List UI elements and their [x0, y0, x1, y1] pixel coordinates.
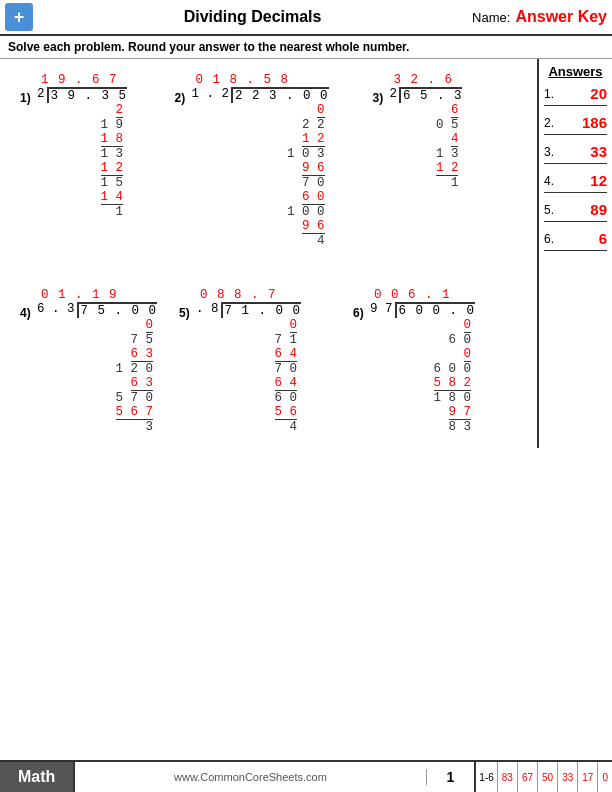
answer-item-5: 5. 89	[544, 201, 607, 222]
div-row-2: 1 . 2 2 2 3 . 0 0	[192, 87, 329, 103]
step-5-5: 6 4	[275, 376, 298, 391]
steps-2: 0 2 2 1 2 1 0 3 9 6 7 0 6 0 1 0 0 9 6 4	[192, 103, 329, 248]
dividend-1: 3 9 . 3 5	[49, 87, 128, 103]
quotient-4: 0 1 . 1 9	[37, 288, 157, 302]
step-4-2: 7 5	[131, 333, 154, 347]
step-3-6: 1	[451, 176, 459, 190]
step-6-1: 0	[464, 318, 472, 333]
prob-num-2: 2)	[175, 73, 189, 105]
quotient-5: 0 8 8 . 7	[196, 288, 301, 302]
problem-2: 2) 0 1 8 . 5 8 1 . 2 2 2 3 . 0 0 0 2 2 1…	[175, 73, 363, 248]
score-2: 67	[518, 762, 538, 792]
step-1-4: 1 3	[101, 147, 124, 161]
dividend-3: 6 5 . 3	[401, 87, 463, 103]
step-5-1: 0	[290, 318, 298, 333]
steps-5: 0 7 1 6 4 7 0 6 4 6 0 5 6 4	[196, 318, 301, 434]
answer-num-6: 6.	[544, 232, 558, 246]
divisor-1: 2	[37, 87, 49, 103]
step-5-4: 7 0	[275, 362, 298, 376]
prob-num-3: 3)	[372, 73, 386, 105]
step-1-2: 1 9	[101, 118, 124, 132]
step-4-6: 5 7 0	[116, 391, 154, 405]
step-4-3: 6 3	[131, 347, 154, 362]
steps-3: 6 0 5 4 1 3 1 2 1	[389, 103, 462, 190]
answer-val-6: 6	[562, 230, 607, 247]
answer-val-5: 89	[562, 201, 607, 218]
problem-5: 5) 0 8 8 . 7 . 8 7 1 . 0 0 0 7 1 6 4 7 0…	[179, 288, 343, 434]
problems-area: 1) 1 9 . 6 7 2 3 9 . 3 5 2 1 9 1 8 1 3 1…	[0, 59, 537, 448]
step-1-1: 2	[116, 103, 124, 118]
answer-item-6: 6. 6	[544, 230, 607, 251]
step-5-6: 6 0	[275, 391, 298, 405]
problem-1: 1) 1 9 . 6 7 2 3 9 . 3 5 2 1 9 1 8 1 3 1…	[20, 73, 165, 248]
step-4-4: 1 2 0	[116, 362, 154, 376]
logo-icon: +	[5, 3, 33, 31]
step-2-8: 1 0 0	[287, 205, 325, 219]
footer-url: www.CommonCoreSheets.com	[75, 771, 425, 783]
step-2-5: 9 6	[302, 161, 325, 176]
divisor-5: . 8	[196, 302, 223, 318]
step-3-2: 0 5	[436, 118, 459, 132]
step-1-5: 1 2	[101, 161, 124, 176]
div-row-5: . 8 7 1 . 0 0	[196, 302, 301, 318]
step-4-7: 5 6 7	[116, 405, 154, 420]
answer-val-4: 12	[562, 172, 607, 189]
answer-val-2: 186	[562, 114, 607, 131]
score-4: 33	[558, 762, 578, 792]
div-row-3: 2 6 5 . 3	[389, 87, 462, 103]
step-6-8: 8 3	[449, 420, 472, 434]
answer-panel: Answers 1. 20 2. 186 3. 33 4. 12 5. 89 6…	[537, 59, 612, 448]
step-2-1: 0	[317, 103, 325, 118]
answer-val-1: 20	[562, 85, 607, 102]
problem-4: 4) 0 1 . 1 9 6 . 3 7 5 . 0 0 0 7 5 6 3 1…	[20, 288, 169, 434]
answer-item-3: 3. 33	[544, 143, 607, 164]
quotient-2: 0 1 8 . 5 8	[192, 73, 329, 87]
prob-num-4: 4)	[20, 288, 34, 320]
div-row-1: 2 3 9 . 3 5	[37, 87, 127, 103]
step-3-1: 6	[451, 103, 459, 118]
step-6-2: 6 0	[449, 333, 472, 347]
step-6-3: 0	[464, 347, 472, 362]
division-4: 0 1 . 1 9 6 . 3 7 5 . 0 0 0 7 5 6 3 1 2 …	[37, 288, 157, 434]
problem-6: 6) 0 0 6 . 1 9 7 6 0 0 . 0 0 6 0 0 6 0 0…	[353, 288, 517, 434]
answer-val-3: 33	[562, 143, 607, 160]
step-2-9: 9 6	[302, 219, 325, 234]
quotient-1: 1 9 . 6 7	[37, 73, 127, 87]
division-2: 0 1 8 . 5 8 1 . 2 2 2 3 . 0 0 0 2 2 1 2 …	[192, 73, 329, 248]
step-5-7: 5 6	[275, 405, 298, 420]
steps-6: 0 6 0 0 6 0 0 5 8 2 1 8 0 9 7 8 3	[370, 318, 475, 434]
step-1-6: 1 5	[101, 176, 124, 190]
footer-scores: 1-6 83 67 50 33 17 0	[474, 762, 612, 792]
step-6-4: 6 0 0	[434, 362, 472, 376]
answer-num-3: 3.	[544, 145, 558, 159]
step-2-10: 4	[317, 234, 325, 248]
division-3: 3 2 . 6 2 6 5 . 3 6 0 5 4 1 3 1 2 1	[389, 73, 462, 190]
answer-item-4: 4. 12	[544, 172, 607, 193]
div-row-4: 6 . 3 7 5 . 0 0	[37, 302, 157, 318]
divisor-2: 1 . 2	[192, 87, 234, 103]
step-5-2: 7 1	[275, 333, 298, 347]
division-6: 0 0 6 . 1 9 7 6 0 0 . 0 0 6 0 0 6 0 0 5 …	[370, 288, 475, 434]
step-1-7: 1 4	[101, 190, 124, 205]
step-1-8: 1	[116, 205, 124, 219]
step-4-8: 3	[146, 420, 154, 434]
step-5-8: 4	[290, 420, 298, 434]
answers-title: Answers	[544, 64, 607, 79]
quotient-6: 0 0 6 . 1	[370, 288, 475, 302]
divisor-6: 9 7	[370, 302, 397, 318]
prob-num-5: 5)	[179, 288, 193, 320]
main-content: 1) 1 9 . 6 7 2 3 9 . 3 5 2 1 9 1 8 1 3 1…	[0, 59, 612, 448]
answer-item-1: 1. 20	[544, 85, 607, 106]
bottom-problems-row: 4) 0 1 . 1 9 6 . 3 7 5 . 0 0 0 7 5 6 3 1…	[10, 282, 527, 440]
steps-1: 2 1 9 1 8 1 3 1 2 1 5 1 4 1	[37, 103, 127, 219]
score-6: 0	[598, 762, 612, 792]
header: + Dividing Decimals Name: Answer Key	[0, 0, 612, 36]
step-5-3: 6 4	[275, 347, 298, 362]
step-3-5: 1 2	[436, 161, 459, 176]
answer-item-2: 2. 186	[544, 114, 607, 135]
dividend-4: 7 5 . 0 0	[79, 302, 158, 318]
step-3-4: 1 3	[436, 147, 459, 161]
dividend-5: 7 1 . 0 0	[223, 302, 302, 318]
footer-math-label: Math	[0, 762, 75, 792]
score-5: 17	[578, 762, 598, 792]
